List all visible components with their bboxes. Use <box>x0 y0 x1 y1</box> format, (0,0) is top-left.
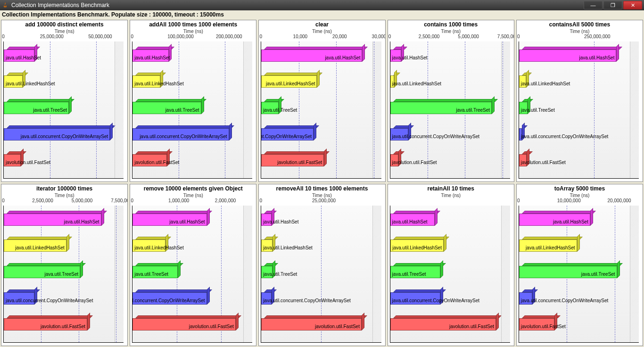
chart-panel: add 100000 distinct elementsTime (ns)025… <box>1 20 128 182</box>
tick-label: 5,000,000 <box>72 198 93 203</box>
axis-label: Time (ns) <box>388 29 514 34</box>
minimize-button[interactable]: — <box>584 1 603 9</box>
bar-row: java.util.HashSet <box>261 214 372 230</box>
bar-row: java.util.TreeSet <box>4 266 115 282</box>
tick-label: 2,500,000 <box>32 198 53 203</box>
bar-label: javolution.util.FastSet <box>449 324 494 329</box>
chart-panel: retainAll 10 timesTime (ns)java.util.Has… <box>388 184 514 346</box>
axis-label: Time (ns) <box>259 193 385 198</box>
tick-label: 30,000 <box>372 34 386 39</box>
bar-label: java.util.HashSet <box>170 219 205 224</box>
tick-label: 20,000 <box>332 34 347 39</box>
bar-row: javolution.util.FastSet <box>390 318 502 334</box>
plot-area: java.util.HashSetjava.util.LinkedHashSet… <box>390 41 510 179</box>
bar-row: java.util.TreeSet <box>261 266 372 282</box>
bar-label: java.util.concurrent.CopyOnWriteArraySet <box>6 297 93 303</box>
tick-label: 0 <box>131 34 133 39</box>
bar-row: javolution.util.FastSet <box>4 154 115 170</box>
bar-label: java.util.TreeSet <box>521 107 555 112</box>
bar-label: java.util.LinkedHashSet <box>392 245 442 250</box>
bar-row: java.util.HashSet <box>519 50 630 66</box>
tick-label: 25,000,000 <box>40 34 64 39</box>
bar-label: java.util.LinkedHashSet <box>521 81 570 86</box>
bar-row: java.util.HashSet <box>132 214 244 230</box>
bar-row: java.util.HashSet <box>4 214 115 230</box>
axis-ticks: 010,00020,00030,000 <box>259 34 385 41</box>
axis-ticks: 02,500,0005,000,0007,500,000 <box>388 34 514 41</box>
bar-row: java.util.LinkedHashSet <box>519 75 630 91</box>
bar-row: java.util.TreeSet <box>519 266 630 282</box>
bar-label: java.util.LinkedHashSet <box>134 81 184 86</box>
tick-label: 2,000,000 <box>215 198 236 203</box>
bar-row: java.util.HashSet <box>132 50 244 66</box>
bar-label: java.util.TreeSet <box>581 271 615 276</box>
bar-row: java.util.HashSet <box>390 214 502 230</box>
tick-label: 0 <box>388 34 391 39</box>
bar-label: java.util.concurrent.CopyOnWriteArraySet <box>132 297 205 303</box>
tick-label: 0 <box>517 198 520 203</box>
bar-row: java.util.LinkedHashSet <box>132 75 244 91</box>
bar-label: java.util.LinkedHashSet <box>392 81 442 86</box>
tick-label: 20,000,000 <box>608 198 631 203</box>
bar-row: java.util.LinkedHashSet <box>261 240 372 256</box>
plot-area: java.util.HashSetjava.util.LinkedHashSet… <box>3 206 124 343</box>
bar-label: java.util.concurrent.CopyOnWriteArraySet <box>261 133 312 139</box>
axis-ticks <box>388 198 514 205</box>
bar-label: java.util.TreeSet <box>392 271 426 276</box>
plot-area: java.util.HashSetjava.util.LinkedHashSet… <box>132 41 252 179</box>
bar-label: java.util.TreeSet <box>134 271 168 276</box>
bar-label: java.util.HashSet <box>325 55 360 60</box>
tick-label: 0 <box>517 34 520 39</box>
bar-row: java.util.HashSet <box>261 50 372 66</box>
tick-label: 0 <box>260 34 263 39</box>
bar-row: java.util.HashSet <box>390 50 502 66</box>
bar-label: java.util.LinkedHashSet <box>15 245 65 250</box>
bar-row: javolution.util.FastSet <box>519 154 630 170</box>
chart-title: remove 10000 elements given Object <box>130 184 256 193</box>
tick-label: 25,000,000 <box>312 198 336 203</box>
tick-label: 100,000,000 <box>167 34 194 39</box>
chart-panel: remove 10000 elements given ObjectTime (… <box>130 184 256 346</box>
bar-row: javolution.util.FastSet <box>519 318 630 334</box>
axis-label: Time (ns) <box>517 29 643 34</box>
tick-label: 2,500,000 <box>419 34 440 39</box>
axis-ticks: 025,000,00050,000,000 <box>1 34 127 41</box>
tick-label: 250,000,000 <box>584 34 611 39</box>
bar-label: java.util.HashSet <box>392 55 428 60</box>
tick-label: 0 <box>2 198 5 203</box>
tick-label: 10,000 <box>293 34 308 39</box>
tick-label: 50,000,000 <box>88 34 112 39</box>
tick-label: 5,000,000 <box>458 34 479 39</box>
bar-label: java.util.HashSet <box>553 219 588 224</box>
plot-area: java.util.HashSetjava.util.LinkedHashSet… <box>390 206 510 343</box>
window-title: Collection Implementations Benchmark <box>11 2 109 8</box>
chart-title: add 100000 distinct elements <box>1 20 127 29</box>
bar-row: java.util.concurrent.CopyOnWriteArraySet <box>4 292 115 308</box>
maximize-button[interactable]: ❐ <box>603 1 622 9</box>
tick-label: 200,000,000 <box>216 34 242 39</box>
bar-row: javolution.util.FastSet <box>4 318 115 334</box>
bar-label: java.util.LinkedHashSet <box>263 245 313 250</box>
bar-row: java.util.concurrent.CopyOnWriteArraySet <box>519 128 630 144</box>
bar-label: java.util.TreeSet <box>263 107 297 112</box>
bar-row: java.util.TreeSet <box>390 102 502 118</box>
axis-label: Time (ns) <box>259 29 385 34</box>
bar-row: java.util.LinkedHashSet <box>519 240 630 256</box>
tick-label: 7,500,000 <box>497 34 514 39</box>
chart-panel: contains 1000 timesTime (ns)02,500,0005,… <box>388 20 514 182</box>
tick-label: 0 <box>131 198 133 203</box>
tick-label: 7,500,000 <box>111 198 128 203</box>
bar-row: java.util.TreeSet <box>132 102 244 118</box>
chart-grid: add 100000 distinct elementsTime (ns)025… <box>0 19 644 347</box>
close-button[interactable]: ✕ <box>623 1 642 9</box>
chart-title: retainAll 10 times <box>388 184 514 193</box>
bar-row: java.util.LinkedHashSet <box>132 240 244 256</box>
axis-label: Time (ns) <box>1 193 127 198</box>
bar-label: java.util.concurrent.CopyOnWriteArraySet <box>392 297 479 303</box>
bar-row: java.util.concurrent.CopyOnWriteArraySet <box>390 128 502 144</box>
axis-ticks: 010,000,00020,000,000 <box>517 198 643 205</box>
chart-panel: addAll 1000 times 1000 elementsTime (ns)… <box>130 20 256 182</box>
chart-title: toArray 5000 times <box>517 184 643 193</box>
bar-label: java.util.HashSet <box>6 55 41 60</box>
axis-label: Time (ns) <box>1 29 127 34</box>
